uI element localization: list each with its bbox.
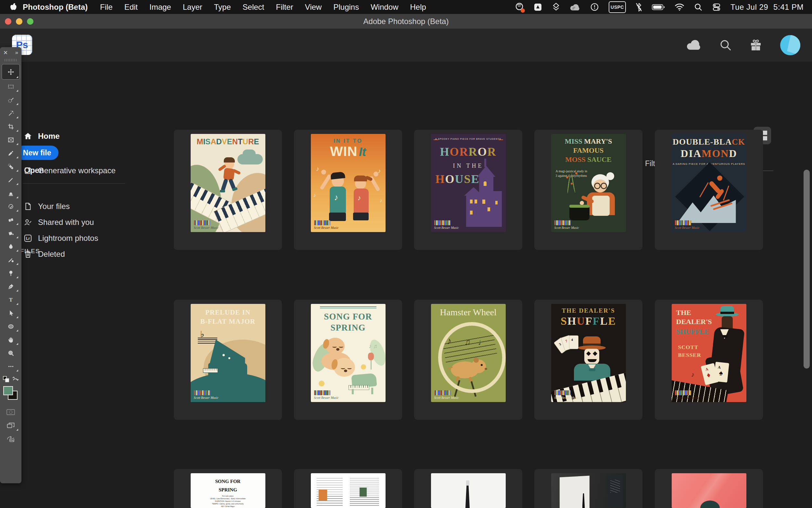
file-card-dealers-shuffle[interactable]: THE DEALER'S SHUFFLE (534, 300, 642, 420)
menu-window[interactable]: Window (365, 3, 404, 12)
chalk-marks (610, 480, 620, 493)
frame-tool[interactable] (2, 133, 19, 146)
file-card-partial[interactable] (414, 469, 522, 508)
ellipse-shape-tool[interactable] (2, 320, 19, 333)
bluetooth-off-icon[interactable] (636, 2, 642, 12)
rule-line (320, 306, 376, 307)
cloud-sync-icon[interactable] (687, 40, 702, 50)
menu-app-name[interactable]: Photoshop (Beta) (23, 3, 88, 12)
menu-filter[interactable]: Filter (270, 3, 299, 12)
rule-line (320, 308, 376, 308)
file-thumbnail: IN IT TO WIN It ♪ ♪ ♪ ♪ ♪ (311, 134, 386, 232)
wifi-icon[interactable] (675, 2, 684, 12)
menu-plugins[interactable]: Plugins (327, 3, 365, 12)
sidebar-item-lightroom-photos[interactable]: Lr Lightroom photos (0, 231, 160, 245)
file-card-partial[interactable]: SONG FORSPRING For solo piano LEVEL: Lat… (174, 469, 282, 508)
paint-bucket-tool[interactable] (2, 226, 19, 240)
file-card-song-for-spring[interactable]: SONG FORSPRING (294, 300, 402, 420)
eraser-tool[interactable] (2, 213, 19, 226)
input-source-badge[interactable]: USPC (609, 1, 626, 13)
color-swatches[interactable] (3, 386, 18, 401)
rectangular-marquee-tool[interactable] (2, 80, 19, 93)
girl-figure: ♪ (349, 170, 378, 232)
blur-tool[interactable] (2, 240, 19, 253)
file-card-misadventure[interactable]: MISADVENTURE (174, 130, 282, 250)
file-card-prelude-in-b-flat[interactable]: PRELUDE INB-FLAT MAJOR ♭ Scott Besser Mu… (174, 300, 282, 420)
path-select-tool[interactable] (2, 306, 19, 320)
file-card-hamster-wheel[interactable]: Hamster Wheel ♪ ♫ ♩ (414, 300, 522, 420)
apple-menu-icon[interactable] (10, 3, 17, 11)
sidebar-item-home[interactable]: Home (0, 129, 160, 143)
tools-palette: ✕ » (0, 47, 21, 483)
collapse-palette-icon[interactable]: » (15, 49, 18, 56)
selection-brush-tool[interactable] (2, 93, 19, 106)
menu-edit[interactable]: Edit (118, 3, 144, 12)
menu-type[interactable]: Type (208, 3, 237, 12)
file-card-moss-sauce[interactable]: MISS MARY'S FAMOUS MOSS SAUCE A magi-jaz… (534, 130, 642, 250)
spotlight-search-icon[interactable] (694, 2, 703, 12)
sync-alert-icon[interactable] (590, 2, 599, 12)
control-center-icon[interactable] (712, 2, 721, 12)
stacked-diamonds-app-icon[interactable] (552, 2, 560, 12)
swap-colors-icon[interactable] (12, 377, 19, 382)
menu-file[interactable]: File (94, 3, 118, 12)
search-icon[interactable] (720, 39, 731, 51)
close-window-button[interactable] (5, 18, 11, 25)
spot-healing-brush-tool[interactable] (2, 160, 19, 173)
file-card-horror-in-the-house[interactable]: A SPOOKY PIANO PIECE FOR BRAVE STUDENTS … (414, 130, 522, 250)
sidebar-item-your-files[interactable]: Your files (0, 199, 160, 214)
home-icon (24, 132, 32, 140)
pen-tool[interactable] (2, 280, 19, 293)
feedback-icon[interactable] (2, 432, 19, 445)
menu-layer[interactable]: Layer (177, 3, 208, 12)
poster-line2: FAMOUS (551, 146, 626, 155)
sidebar-item-deleted[interactable]: Deleted (0, 247, 160, 261)
battery-icon[interactable] (652, 2, 665, 12)
account-avatar[interactable] (780, 35, 800, 55)
mixer-brush-tool[interactable] (2, 253, 19, 266)
zoom-window-button[interactable] (27, 18, 34, 25)
file-card-partial[interactable] (655, 469, 763, 508)
more-tools-button[interactable] (2, 360, 19, 373)
default-colors-icon[interactable] (3, 376, 10, 383)
dodge-tool[interactable] (2, 266, 19, 280)
cloud-app-icon[interactable] (570, 2, 580, 12)
gift-icon[interactable] (750, 39, 762, 51)
quick-mask-button[interactable] (2, 406, 19, 419)
menu-select[interactable]: Select (237, 3, 270, 12)
sidebar-item-generative-workspace[interactable]: Generative workspace (0, 164, 160, 178)
screen-mode-button[interactable] (2, 419, 19, 432)
menu-help[interactable]: Help (404, 3, 432, 12)
menu-clock[interactable]: Tue Jul 295:41 PM (730, 3, 804, 12)
poster-line1: THE DEALER'S (551, 307, 626, 314)
file-card-partial[interactable] (294, 469, 402, 508)
clone-stamp-tool[interactable] (2, 186, 19, 200)
file-card-double-black-diamond[interactable]: DOUBLE-BLACK DIAMOND A DARING PIECE FOR … (655, 130, 763, 250)
crop-tool[interactable] (2, 120, 19, 133)
palette-grip[interactable] (5, 59, 17, 61)
new-file-button[interactable]: New file (15, 145, 58, 160)
screen-record-app-icon[interactable] (515, 2, 524, 12)
eyedropper-tool[interactable] (2, 146, 19, 160)
sidebar-item-shared-with-you[interactable]: Shared with you (0, 215, 160, 229)
flower-stem (371, 360, 372, 370)
zoom-tool[interactable] (2, 346, 19, 359)
history-brush-tool[interactable] (2, 200, 19, 213)
file-card-in-it-to-win-it[interactable]: IN IT TO WIN It ♪ ♪ ♪ ♪ ♪ (294, 130, 402, 250)
magic-wand-tool[interactable] (2, 107, 19, 120)
file-card-partial[interactable] (534, 469, 642, 508)
type-tool[interactable]: T (2, 293, 19, 306)
menu-image[interactable]: Image (144, 3, 177, 12)
small-piano-illustration (347, 374, 380, 395)
minimize-window-button[interactable] (16, 18, 22, 25)
move-tool[interactable] (2, 64, 20, 80)
hand-tool[interactable] (2, 333, 19, 346)
play-app-icon[interactable] (534, 2, 542, 12)
vertical-scrollbar[interactable] (804, 170, 810, 369)
close-palette-icon[interactable]: ✕ (3, 49, 8, 56)
menu-view[interactable]: View (299, 3, 328, 12)
brush-tool[interactable] (2, 173, 19, 186)
foreground-color-swatch[interactable] (3, 386, 13, 395)
file-card-dealers-shuffle-alternate[interactable]: THE DEALER'S SHUFFLE SCOTT BESSER (655, 300, 763, 420)
home-screen: New file Open Home Learn Generative work… (0, 62, 812, 508)
